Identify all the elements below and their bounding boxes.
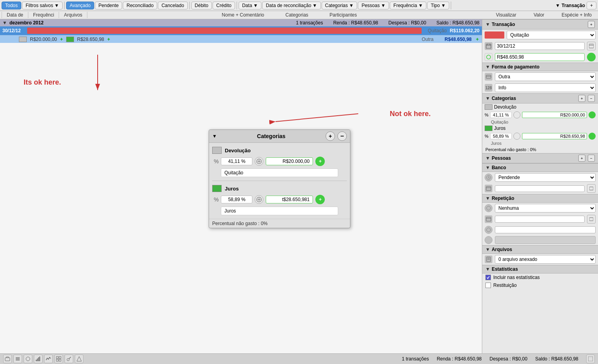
- svg-rect-31: [5, 358, 10, 361]
- nome-comentario-item[interactable]: Nome + Comentário: [217, 12, 269, 18]
- data-button[interactable]: Data ▼: [239, 2, 261, 9]
- incluir-checkbox[interactable]: [485, 275, 491, 280]
- cat1-green-button[interactable]: +: [315, 157, 325, 166]
- data-final-field[interactable]: Data final: [495, 216, 585, 223]
- cat2-circle-button[interactable]: [255, 195, 263, 204]
- cat1-amount-input[interactable]: [266, 157, 313, 165]
- split1-plus-icon: +: [60, 37, 63, 42]
- rp-cat2-green-button[interactable]: [589, 133, 596, 140]
- debito-button[interactable]: Débito: [191, 2, 212, 9]
- data-de-item[interactable]: Data de: [2, 12, 28, 18]
- categorias2-item[interactable]: Categorias: [281, 12, 313, 18]
- participantes-item[interactable]: Participantes: [325, 12, 361, 18]
- avancado-button[interactable]: Avançado: [66, 2, 94, 9]
- month-header[interactable]: ▼ dezembro 2012 1 transações Renda : R$4…: [0, 19, 482, 26]
- status-icon-5[interactable]: [44, 355, 53, 363]
- add-transacao-button[interactable]: +: [587, 2, 596, 9]
- cat2-row: % +: [212, 194, 347, 205]
- cat2-amount-input[interactable]: [266, 196, 313, 203]
- color-row: Quitação: [482, 30, 598, 41]
- month-label: dezembro 2012: [9, 20, 44, 26]
- cat2-green-button[interactable]: +: [315, 195, 325, 204]
- svg-rect-42: [56, 359, 58, 361]
- date-field[interactable]: [495, 42, 585, 50]
- info-select[interactable]: Info: [495, 83, 596, 92]
- status-icon-1[interactable]: [3, 355, 12, 363]
- pessoas-button[interactable]: Pessoas ▼: [358, 2, 389, 9]
- empty-field[interactable]: [495, 236, 596, 244]
- svg-line-45: [69, 357, 71, 359]
- pessoas-remove-button[interactable]: −: [588, 155, 595, 162]
- rp-cat1-row: %: [482, 111, 598, 119]
- data-final-cal-button[interactable]: [587, 215, 596, 224]
- frequenci-item[interactable]: Frequênci: [28, 12, 59, 18]
- status-icon-8[interactable]: [75, 355, 83, 363]
- data-rec-field[interactable]: Data de reconciliação: [495, 185, 585, 192]
- svg-rect-39: [39, 357, 40, 361]
- popup-title: Categorias: [219, 133, 323, 139]
- cat2-memo-input[interactable]: [221, 207, 338, 215]
- date-calendar-button[interactable]: [587, 42, 596, 50]
- filtros-salvos-button[interactable]: Filtros salvos ▼: [22, 2, 63, 9]
- data-rec-arrow-icon: ▼: [313, 3, 317, 8]
- status-icon-2[interactable]: [13, 355, 22, 363]
- pendente-select[interactable]: Pendende: [495, 173, 596, 182]
- reconciliado-button[interactable]: Reconciliado: [123, 2, 157, 9]
- especie-info-item[interactable]: Espécie + Info: [557, 12, 596, 18]
- cat1-percent-input[interactable]: [221, 157, 252, 165]
- cat1-memo-input[interactable]: [221, 168, 338, 177]
- nenhuma-select[interactable]: Nenhuma: [495, 204, 596, 212]
- valor-item[interactable]: Valor: [529, 12, 549, 18]
- transaction-row[interactable]: 30/12/12 Quitação R$119.062,20: [0, 26, 482, 35]
- svg-rect-37: [37, 358, 38, 361]
- transacao-section-header: ▼ Transação +: [482, 19, 598, 30]
- arquivo-select[interactable]: 0 arquivo anexado: [495, 255, 596, 264]
- svg-rect-36: [36, 360, 37, 361]
- todos-button[interactable]: Todos: [2, 2, 21, 9]
- status-icon-3[interactable]: [24, 355, 32, 363]
- data-rec-cal-button[interactable]: [587, 184, 596, 193]
- rp-cat2-amount-input[interactable]: [522, 133, 587, 139]
- status-icon-4[interactable]: [34, 355, 43, 363]
- pendente-button[interactable]: Pendente: [95, 2, 122, 9]
- frequencia-button[interactable]: Frequência ▼: [390, 2, 426, 9]
- status-settings-button[interactable]: [586, 355, 595, 363]
- popup-add-button[interactable]: +: [326, 131, 335, 141]
- rp-cat1-amount-input[interactable]: [522, 112, 587, 118]
- data-reconciliacao-button[interactable]: Data de reconciliação ▼: [262, 2, 320, 9]
- outra-select[interactable]: Outra: [495, 72, 596, 81]
- rp-cat1-pct-input[interactable]: [490, 112, 512, 118]
- valor-base-field[interactable]: Valor base: [495, 226, 596, 233]
- status-icon-7[interactable]: [65, 355, 73, 363]
- data-rec-icon: [485, 185, 492, 192]
- amount-field[interactable]: [495, 53, 585, 61]
- status-icon-6[interactable]: [54, 355, 63, 363]
- cat1-percent-icon: %: [214, 158, 218, 164]
- rp-cat2-header: Juros: [482, 125, 598, 132]
- visualizar-item[interactable]: Visualizar: [491, 12, 521, 18]
- rp-cat2-circle[interactable]: [513, 133, 520, 140]
- quitacao-select[interactable]: Quitação: [507, 31, 596, 39]
- cat2-percent-input[interactable]: [221, 196, 252, 203]
- month-renda: Renda : R$48.650,98: [333, 20, 378, 26]
- transacao-add-button[interactable]: +: [588, 21, 595, 28]
- cat1-circle-button[interactable]: [255, 157, 263, 166]
- categorias-section-header: ▼ Categorias + −: [482, 93, 598, 103]
- arquivos-item[interactable]: Arquivos: [59, 12, 87, 18]
- rp-cat2-pct-input[interactable]: [490, 133, 512, 139]
- tipo-button[interactable]: Tipo ▼: [427, 2, 449, 9]
- cancelado-button[interactable]: Cancelado: [158, 2, 187, 9]
- categorias-button[interactable]: Categorias ▼: [322, 2, 357, 9]
- popup-remove-button[interactable]: −: [337, 131, 347, 141]
- rp-cat1-green-button[interactable]: [589, 111, 596, 118]
- pessoas-section-title: Pessoas: [492, 155, 511, 161]
- credito-button[interactable]: Crédito: [213, 2, 235, 9]
- split-row-1[interactable]: R$20.000,00 + R$28.650,98 + Outra R$48.6…: [0, 35, 482, 43]
- cat-add-button[interactable]: +: [578, 95, 585, 102]
- estatisticas-triangle-icon: ▼: [485, 266, 490, 272]
- amount-green-button[interactable]: [587, 53, 596, 61]
- cat-remove-button[interactable]: −: [588, 95, 595, 102]
- restituicao-checkbox[interactable]: [485, 283, 491, 288]
- pessoas-add-button[interactable]: +: [578, 155, 585, 162]
- rp-cat1-circle[interactable]: [513, 111, 520, 118]
